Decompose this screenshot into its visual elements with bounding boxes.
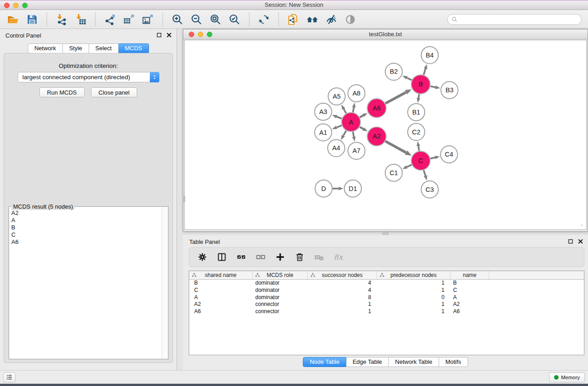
zoom-selected-button[interactable] xyxy=(226,12,243,27)
close-network-window-button[interactable] xyxy=(189,32,194,37)
optimization-criterion-select[interactable]: largest connected component (directed) xyxy=(18,72,159,82)
graph-node-C[interactable]: C xyxy=(411,151,430,170)
graph-node-A5[interactable]: A5 xyxy=(328,88,345,105)
table-cell[interactable]: A2 xyxy=(450,301,489,308)
graph-node-A4[interactable]: A4 xyxy=(328,139,345,157)
table-cell[interactable]: 1 xyxy=(377,287,450,294)
zoom-in-button[interactable] xyxy=(169,12,186,27)
table-row[interactable]: A6connector11A6 xyxy=(189,308,584,315)
graph-node-B2[interactable]: B2 xyxy=(385,63,402,81)
run-mcds-button[interactable]: Run MCDS xyxy=(39,87,85,97)
float-panel-icon[interactable] xyxy=(156,32,162,38)
table-settings-button[interactable] xyxy=(196,250,209,264)
graph-edge-A-A2[interactable] xyxy=(360,127,363,129)
graph-node-A[interactable]: A xyxy=(342,113,361,132)
column-header-mcds-role[interactable]: MCDS role xyxy=(253,271,308,279)
table-cell[interactable]: dominator xyxy=(253,294,308,301)
close-table-panel-icon[interactable] xyxy=(578,238,583,244)
graph-edge-A6-B[interactable] xyxy=(385,92,406,104)
mcds-result-item[interactable]: B xyxy=(11,224,162,231)
table-cell[interactable]: A6 xyxy=(450,308,489,315)
graph-edge-C-C1[interactable] xyxy=(407,165,412,167)
graph-edge-A-A1[interactable] xyxy=(337,125,342,127)
graph-edge-A-A5[interactable] xyxy=(344,109,346,114)
tab-select[interactable]: Select xyxy=(89,43,119,53)
tab-style[interactable]: Style xyxy=(63,43,89,53)
mcds-result-item[interactable]: A xyxy=(11,217,162,224)
graph-node-C2[interactable]: C2 xyxy=(408,124,425,141)
graph-edge-A-A8[interactable] xyxy=(353,107,354,112)
table-cell[interactable]: dominator xyxy=(253,280,308,287)
graph-node-B4[interactable]: B4 xyxy=(421,47,438,64)
graph-edge-C-C2[interactable] xyxy=(418,146,419,151)
network-graph[interactable]: B4 B2 B B3 A5 A8 A6 B1 A3 A C2 A1 A2 xyxy=(185,40,586,229)
table-cell[interactable]: B xyxy=(450,280,489,287)
tab-edge-table[interactable]: Edge Table xyxy=(346,357,389,367)
graph-node-B[interactable]: B xyxy=(411,75,430,94)
vertical-scrollbar-thumb[interactable] xyxy=(183,196,185,202)
graph-node-B1[interactable]: B1 xyxy=(408,104,425,121)
graph-node-D[interactable]: D xyxy=(315,180,332,197)
table-cell[interactable]: B xyxy=(189,280,253,287)
table-mode-button[interactable] xyxy=(215,250,229,264)
import-table-button[interactable] xyxy=(72,12,89,27)
search-input[interactable] xyxy=(447,14,582,25)
tab-network[interactable]: Network xyxy=(28,43,63,53)
result-scrollbar[interactable] xyxy=(162,207,167,358)
network-window-titlebar[interactable]: testGlobe.txt xyxy=(183,29,588,39)
table-cell[interactable]: 1 xyxy=(377,280,450,287)
export-image-button[interactable] xyxy=(139,12,157,27)
tab-mcds[interactable]: MCDS xyxy=(119,43,149,53)
graph-edge-A2-C[interactable] xyxy=(385,141,406,152)
delete-button[interactable] xyxy=(293,250,306,264)
table-row[interactable]: Bdominator41B xyxy=(189,280,584,287)
graph-edge-B-B1[interactable] xyxy=(419,94,419,98)
zoom-out-button[interactable] xyxy=(188,12,205,27)
graph-edge-B-B3[interactable] xyxy=(430,86,435,87)
column-header-shared-name[interactable]: shared name xyxy=(189,271,253,279)
close-window-button[interactable] xyxy=(4,3,10,8)
graph-node-A2[interactable]: A2 xyxy=(367,127,386,146)
table-cell[interactable]: 4 xyxy=(308,287,377,294)
table-cell[interactable]: 1 xyxy=(308,301,377,308)
graph-edge-C-C4[interactable] xyxy=(430,157,435,158)
clone-network-button[interactable] xyxy=(285,12,302,27)
save-session-button[interactable] xyxy=(24,12,41,27)
mcds-result-item[interactable]: A6 xyxy=(11,238,162,246)
graph-edge-B-B2[interactable] xyxy=(407,78,412,80)
table-cell[interactable]: connector xyxy=(253,308,308,315)
table-cell[interactable]: C xyxy=(189,287,253,294)
graph-node-C4[interactable]: C4 xyxy=(440,146,458,163)
deselect-all-button[interactable] xyxy=(254,250,268,264)
table-cell[interactable]: 0 xyxy=(377,294,450,301)
table-cell[interactable]: A6 xyxy=(189,308,253,315)
zoom-fit-button[interactable] xyxy=(207,12,224,27)
graph-edge-A-A6[interactable] xyxy=(360,115,363,117)
table-row[interactable]: Adominator80A xyxy=(189,294,584,301)
import-network-button[interactable] xyxy=(53,12,70,27)
graph-edge-A-A3[interactable] xyxy=(337,117,342,119)
graph-node-A3[interactable]: A3 xyxy=(315,103,332,120)
home-button[interactable] xyxy=(304,12,321,27)
graph-edge-B-B4[interactable] xyxy=(424,69,425,75)
column-header-successor-nodes[interactable]: successor nodes xyxy=(308,271,377,279)
memory-button[interactable]: Memory xyxy=(549,372,585,382)
mcds-result-item[interactable]: C xyxy=(11,231,162,238)
table-cell[interactable]: 1 xyxy=(308,308,377,315)
show-graphics-button[interactable] xyxy=(342,12,359,27)
mcds-result-item[interactable]: A2 xyxy=(11,210,162,217)
export-network-button[interactable] xyxy=(101,12,119,27)
task-history-button[interactable] xyxy=(3,372,15,382)
column-header-predecessor-nodes[interactable]: predecessor nodes xyxy=(377,271,450,279)
table-cell[interactable]: 4 xyxy=(308,280,377,287)
graph-node-A1[interactable]: A1 xyxy=(315,124,332,141)
refresh-view-button[interactable] xyxy=(255,12,272,27)
table-cell[interactable]: C xyxy=(450,287,489,294)
table-cell[interactable]: 8 xyxy=(308,294,377,301)
graph-edge-A-A7[interactable] xyxy=(353,132,354,137)
table-cell[interactable]: dominator xyxy=(253,287,308,294)
table-row[interactable]: A2connector11A2 xyxy=(189,301,584,308)
open-file-button[interactable] xyxy=(5,12,22,27)
horizontal-scrollbar-thumb[interactable] xyxy=(382,232,388,235)
table-row[interactable]: Cdominator41C xyxy=(189,287,584,294)
